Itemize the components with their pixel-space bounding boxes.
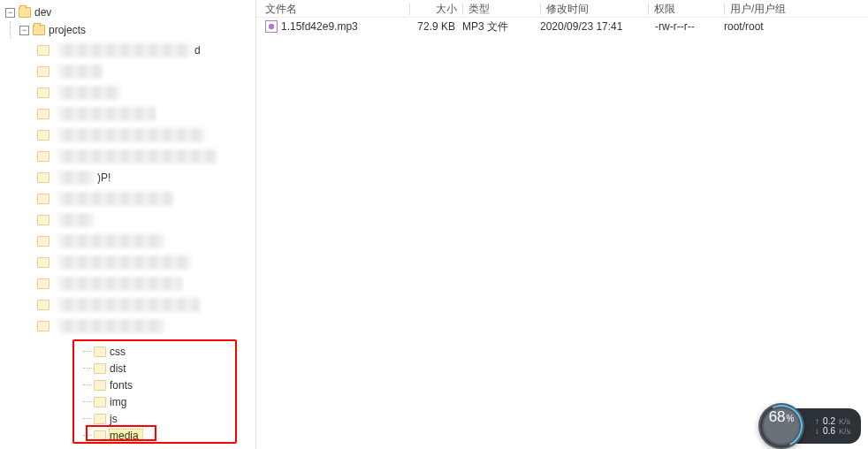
folder-icon [94,414,106,424]
download-speed: 0.6 [823,426,835,436]
tree-node-img[interactable]: img [76,393,142,410]
folder-icon [37,151,49,162]
file-size: 72.9 KB [409,20,462,33]
speed-gauge: 68% [758,403,804,449]
column-header-size[interactable]: 大小 [409,3,462,15]
file-row[interactable]: 1.15fd42e9.mp3 72.9 KB MP3 文件 2020/09/23… [256,18,868,35]
file-modified: 2020/09/23 17:41 [540,20,648,33]
folder-icon [19,7,31,18]
folder-icon [37,66,49,77]
tree-label-projects: projects [49,22,89,38]
collapse-icon[interactable]: − [19,26,29,35]
folder-icon [94,346,106,357]
column-headers: 文件名 大小 类型 修改时间 权限 用户/用户组 [256,0,868,18]
tree-node-js[interactable]: js [76,410,142,427]
folder-icon [37,109,49,119]
folder-icon [94,397,106,407]
column-header-owner[interactable]: 用户/用户组 [724,3,803,15]
arrow-up-icon: ↑ [815,416,819,426]
column-header-modified[interactable]: 修改时间 [540,3,648,15]
folder-icon [37,194,49,204]
folder-icon [37,130,49,141]
collapse-icon[interactable]: − [5,8,15,18]
folder-icon [37,321,49,331]
subfolder-group: css dist fonts img js media [76,343,142,444]
tree-label: js [110,413,121,425]
folder-icon [37,236,49,247]
folder-icon [37,300,49,310]
folder-icon [37,88,49,98]
folder-icon [37,278,49,289]
blurred-tree-items: d )P! [23,41,226,335]
tree-label-dev: dev [34,4,55,20]
column-header-name[interactable]: 文件名 [265,3,409,15]
tree-label: css [110,346,129,358]
file-type: MP3 文件 [462,19,540,34]
tree-label: media [110,430,142,442]
folder-icon [37,215,49,225]
folder-icon [94,363,106,374]
tree-label: dist [110,362,130,375]
file-owner: root/root [724,20,803,33]
tree-label: img [110,396,130,408]
audio-file-icon [265,20,278,33]
tree-label: fonts [110,379,136,392]
folder-icon [94,430,106,441]
folder-icon [33,25,45,35]
column-header-type[interactable]: 类型 [462,3,540,15]
folder-icon [37,257,49,268]
network-speed-widget[interactable]: 68% ↑0.2K/s ↓0.6K/s [783,408,861,444]
tree-node-css[interactable]: css [76,343,142,360]
tree-node-dev[interactable]: − dev [5,4,255,21]
tree-node-projects[interactable]: − projects [19,21,255,39]
tree-node-dist[interactable]: dist [76,360,142,377]
file-perm: -rw-r--r-- [648,20,724,33]
speed-readout: 68% ↑0.2K/s ↓0.6K/s [783,408,861,444]
tree-pane: − dev − projects d )P! css dist [0,0,256,449]
arrow-down-icon: ↓ [815,426,819,436]
column-header-perm[interactable]: 权限 [648,3,724,15]
tree-node-fonts[interactable]: fonts [76,377,142,393]
upload-speed: 0.2 [823,416,835,426]
tree-node-media[interactable]: media [76,427,142,444]
file-name: 1.15fd42e9.mp3 [281,20,358,33]
file-list-pane: 文件名 大小 类型 修改时间 权限 用户/用户组 1.15fd42e9.mp3 … [256,0,868,449]
folder-icon [37,45,49,56]
folder-icon [37,172,49,183]
folder-icon [94,380,106,391]
